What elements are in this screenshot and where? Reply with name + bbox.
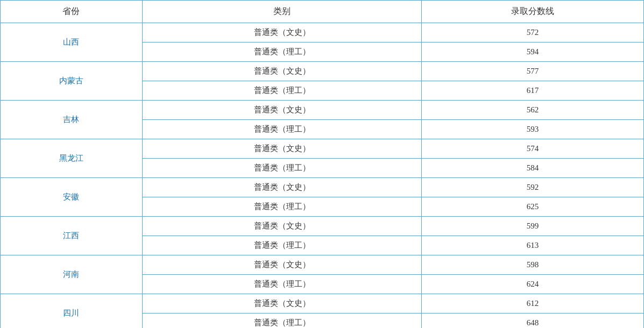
cell-province: 安徽 xyxy=(1,178,143,217)
cell-category: 普通类（文史） xyxy=(142,62,421,81)
cell-score: 648 xyxy=(422,313,644,329)
cell-province: 江西 xyxy=(1,217,143,255)
cell-category: 普通类（理工） xyxy=(142,275,421,294)
cell-category: 普通类（文史） xyxy=(142,217,421,236)
cell-province: 黑龙江 xyxy=(1,139,143,178)
cell-category: 普通类（文史） xyxy=(142,23,421,42)
cell-category: 普通类（理工） xyxy=(142,197,421,217)
cell-score: 625 xyxy=(422,197,644,217)
cell-score: 572 xyxy=(422,23,644,42)
cell-score: 598 xyxy=(422,255,644,275)
cell-province: 内蒙古 xyxy=(1,62,143,101)
cell-category: 普通类（理工） xyxy=(142,120,421,139)
cell-province: 吉林 xyxy=(1,101,143,139)
cell-province: 河南 xyxy=(1,255,143,294)
cell-score: 617 xyxy=(422,81,644,101)
cell-category: 普通类（理工） xyxy=(142,313,421,329)
cell-category: 普通类（文史） xyxy=(142,139,421,159)
table-header-row: 省份 类别 录取分数线 xyxy=(1,1,644,23)
cell-score: 574 xyxy=(422,139,644,159)
header-province: 省份 xyxy=(1,1,143,23)
table-row: 安徽普通类（文史）592 xyxy=(1,178,644,197)
table-row: 山西普通类（文史）572 xyxy=(1,23,644,42)
cell-score: 593 xyxy=(422,120,644,139)
cell-category: 普通类（理工） xyxy=(142,42,421,62)
scores-table: 省份 类别 录取分数线 山西普通类（文史）572普通类（理工）594内蒙古普通类… xyxy=(0,0,644,328)
table-row: 河南普通类（文史）598 xyxy=(1,255,644,275)
cell-score: 624 xyxy=(422,275,644,294)
table-row: 江西普通类（文史）599 xyxy=(1,217,644,236)
header-score: 录取分数线 xyxy=(422,1,644,23)
cell-score: 584 xyxy=(422,159,644,178)
cell-category: 普通类（文史） xyxy=(142,294,421,313)
cell-category: 普通类（文史） xyxy=(142,101,421,120)
cell-score: 592 xyxy=(422,178,644,197)
cell-score: 613 xyxy=(422,236,644,255)
cell-category: 普通类（文史） xyxy=(142,255,421,275)
table-row: 吉林普通类（文史）562 xyxy=(1,101,644,120)
table-row: 四川普通类（文史）612 xyxy=(1,294,644,313)
table-container: 省份 类别 录取分数线 山西普通类（文史）572普通类（理工）594内蒙古普通类… xyxy=(0,0,644,328)
cell-score: 599 xyxy=(422,217,644,236)
cell-score: 594 xyxy=(422,42,644,62)
cell-score: 612 xyxy=(422,294,644,313)
cell-category: 普通类（理工） xyxy=(142,81,421,101)
table-row: 内蒙古普通类（文史）577 xyxy=(1,62,644,81)
cell-category: 普通类（文史） xyxy=(142,178,421,197)
cell-province: 山西 xyxy=(1,23,143,62)
cell-category: 普通类（理工） xyxy=(142,236,421,255)
cell-province: 四川 xyxy=(1,294,143,329)
cell-category: 普通类（理工） xyxy=(142,159,421,178)
cell-score: 577 xyxy=(422,62,644,81)
header-category: 类别 xyxy=(142,1,421,23)
table-row: 黑龙江普通类（文史）574 xyxy=(1,139,644,159)
cell-score: 562 xyxy=(422,101,644,120)
